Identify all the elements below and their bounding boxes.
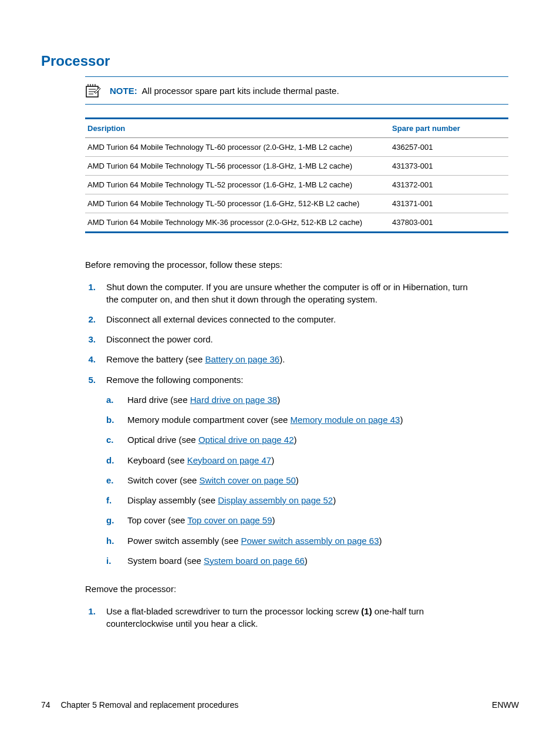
list-item: f.Display assembly (see Display assembly…	[106, 495, 478, 506]
note-text: All processor spare part kits include th…	[142, 86, 339, 96]
list-marker: i.	[106, 555, 117, 567]
list-item: d.Keyboard (see Keyboard on page 47)	[106, 455, 478, 466]
cell-spare: 431372-001	[390, 176, 508, 194]
list-item: i.System board (see System board on page…	[106, 555, 478, 567]
note-icon	[85, 83, 102, 98]
list-marker: d.	[106, 455, 117, 466]
note-block: NOTE: All processor spare part kits incl…	[85, 76, 508, 105]
list-body: Remove the battery (see Battery on page …	[106, 354, 478, 365]
link-memory-module[interactable]: Memory module on page 43	[291, 415, 400, 425]
list-marker: h.	[106, 535, 117, 547]
link-switch-cover[interactable]: Switch cover on page 50	[200, 475, 296, 485]
list-item: e.Switch cover (see Switch cover on page…	[106, 475, 478, 486]
list-item: 5. Remove the following components: a.Ha…	[85, 374, 478, 576]
cell-spare: 431373-001	[390, 157, 508, 176]
chapter-title: Chapter 5 Removal and replacement proced…	[60, 700, 238, 710]
list-item: 1. Shut down the computer. If you are un…	[85, 281, 478, 305]
list-marker: 2.	[85, 314, 96, 325]
list-item: c.Optical drive (see Optical drive on pa…	[106, 434, 478, 446]
note-label: NOTE:	[110, 86, 137, 96]
link-battery[interactable]: Battery on page 36	[205, 354, 279, 364]
list-item: 2. Disconnect all external devices conne…	[85, 314, 478, 325]
list-body: Disconnect all external devices connecte…	[106, 314, 478, 325]
link-top-cover[interactable]: Top cover on page 59	[187, 515, 272, 525]
link-optical-drive[interactable]: Optical drive on page 42	[198, 435, 294, 445]
cell-desc: AMD Turion 64 Mobile Technology TL-50 pr…	[85, 194, 390, 213]
list-body: Shut down the computer. If you are unsur…	[106, 281, 478, 305]
list-item: a.Hard drive (see Hard drive on page 38)	[106, 394, 478, 406]
link-system-board[interactable]: System board on page 66	[204, 556, 305, 566]
cell-desc: AMD Turion 64 Mobile Technology MK-36 pr…	[85, 213, 390, 233]
cell-desc: AMD Turion 64 Mobile Technology TL-52 pr…	[85, 176, 390, 194]
cell-spare: 437803-001	[390, 213, 508, 233]
table-header-spare: Spare part number	[390, 119, 508, 138]
list-marker: 3.	[85, 334, 96, 345]
spare-parts-table: Desription Spare part number AMD Turion …	[85, 117, 508, 233]
list-marker: b.	[106, 414, 117, 426]
list-item: 1. Use a flat-bladed screwdriver to turn…	[85, 606, 478, 630]
cell-desc: AMD Turion 64 Mobile Technology TL-56 pr…	[85, 157, 390, 176]
table-row: AMD Turion 64 Mobile Technology TL-56 pr…	[85, 157, 508, 176]
cell-desc: AMD Turion 64 Mobile Technology TL-60 pr…	[85, 138, 390, 157]
list-marker: 5.	[85, 374, 96, 576]
table-row: AMD Turion 64 Mobile Technology TL-60 pr…	[85, 138, 508, 157]
list-item: 4. Remove the battery (see Battery on pa…	[85, 354, 478, 365]
list-marker: e.	[106, 475, 117, 486]
table-row: AMD Turion 64 Mobile Technology MK-36 pr…	[85, 213, 508, 233]
list-marker: f.	[106, 495, 117, 506]
list-marker: a.	[106, 394, 117, 406]
steps-list-2: 1. Use a flat-bladed screwdriver to turn…	[85, 606, 478, 630]
steps-list-1: 1. Shut down the computer. If you are un…	[85, 281, 478, 575]
link-hard-drive[interactable]: Hard drive on page 38	[190, 395, 277, 405]
list-body: Use a flat-bladed screwdriver to turn th…	[106, 606, 478, 630]
table-row: AMD Turion 64 Mobile Technology TL-50 pr…	[85, 194, 508, 213]
list-body: Disconnect the power cord.	[106, 334, 478, 345]
list-item: b.Memory module compartment cover (see M…	[106, 414, 478, 426]
list-marker: 1.	[85, 281, 96, 305]
link-display-assembly[interactable]: Display assembly on page 52	[218, 495, 333, 505]
page-footer: 74 Chapter 5 Removal and replacement pro…	[41, 700, 519, 710]
callout-bold: (1)	[361, 606, 372, 616]
list-item: g.Top cover (see Top cover on page 59)	[106, 515, 478, 526]
list-item: h.Power switch assembly (see Power switc…	[106, 535, 478, 547]
list-marker: g.	[106, 515, 117, 526]
page-number: 74	[41, 700, 50, 710]
list-marker: 1.	[85, 606, 96, 630]
link-keyboard[interactable]: Keyboard on page 47	[187, 455, 271, 465]
list-marker: 4.	[85, 354, 96, 365]
list-body: Remove the following components: a.Hard …	[106, 374, 478, 576]
section-title: Processor	[41, 53, 519, 69]
footer-right: ENWW	[492, 700, 519, 710]
list-marker: c.	[106, 434, 117, 446]
remove-heading: Remove the processor:	[85, 583, 478, 595]
sub-steps-list: a.Hard drive (see Hard drive on page 38)…	[106, 394, 478, 567]
cell-spare: 431371-001	[390, 194, 508, 213]
list-item: 3. Disconnect the power cord.	[85, 334, 478, 345]
intro-text: Before removing the processor, follow th…	[85, 259, 478, 271]
table-header-description: Desription	[85, 119, 390, 138]
link-power-switch-assembly[interactable]: Power switch assembly on page 63	[241, 536, 379, 546]
cell-spare: 436257-001	[390, 138, 508, 157]
table-row: AMD Turion 64 Mobile Technology TL-52 pr…	[85, 176, 508, 194]
